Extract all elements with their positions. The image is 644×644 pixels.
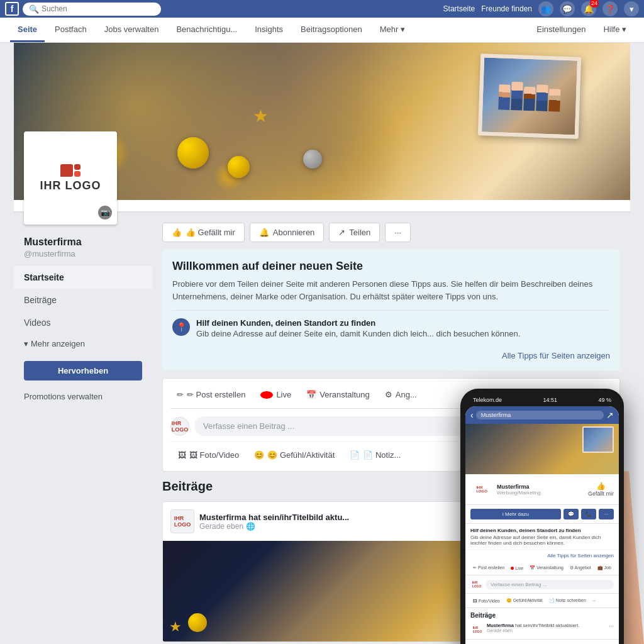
phone-post-act-1[interactable]: ✏ Post erstellen	[470, 564, 507, 572]
camera-icon[interactable]: 📷	[98, 206, 112, 219]
notifications-icon[interactable]: 🔔 24	[581, 1, 596, 16]
abonnieren-button[interactable]: 🔔 Abonnieren	[250, 223, 325, 242]
phone-share-icon[interactable]: ↗	[606, 410, 614, 420]
phone-more-post-icon[interactable]: ···	[590, 596, 599, 605]
phone-page-name: Musterfirma	[497, 484, 541, 490]
foto-video-button[interactable]: 🖼 🖼 Foto/Video	[170, 447, 247, 464]
phone-fb-nav: ‹ Musterfirma ↗	[465, 406, 619, 424]
phone-tip: Hilf deinen Kunden, deinen Standort zu f…	[465, 524, 619, 550]
phone-messenger-button[interactable]: 💬	[564, 509, 579, 519]
phone-call-button[interactable]: 📞	[581, 509, 596, 519]
tab-beitragsoptionen[interactable]: Beitragsoptionen	[293, 18, 370, 42]
friends-icon[interactable]: 👥	[538, 1, 553, 16]
teilen-button[interactable]: ↗ Teilen	[329, 223, 380, 242]
tab-postfach[interactable]: Postfach	[47, 18, 94, 42]
help-icon[interactable]: ❓	[602, 1, 618, 16]
phone-mockup-overlay: Telekom.de 14:51 49 % ‹ Musterfirma ↗	[460, 389, 624, 644]
phone-tip-title: Hilf deinen Kunden, deinen Standort zu f…	[470, 528, 614, 533]
tab-insights[interactable]: Insights	[247, 18, 291, 42]
phone-notiz-button[interactable]: 📄 Notiz schreiben	[547, 596, 589, 605]
phone-post-act-3[interactable]: 📅 Veranstaltung	[527, 564, 566, 572]
sidebar-item-beitraege[interactable]: Beiträge	[14, 289, 152, 311]
phone-post-act-2[interactable]: Live	[508, 564, 526, 572]
nav-left: f 🔍	[5, 2, 161, 16]
post-author-avatar: IHRLOGO	[170, 509, 194, 533]
time-text: Gerade eben	[199, 522, 243, 531]
notiz-button[interactable]: 📄 📄 Notiz...	[342, 447, 408, 464]
thumbs-up-icon: 👍	[172, 228, 182, 237]
tab-hilfe[interactable]: Hilfe ▾	[596, 18, 634, 42]
cover-container: ★	[14, 43, 630, 213]
phone-compose: IHRLOGO Verfasse einen Beitrag ...	[465, 575, 619, 594]
veranstaltung-button[interactable]: 📅 Veranstaltung	[300, 386, 376, 403]
phone-mehr-dazu-button[interactable]: i Mehr dazu	[470, 509, 561, 519]
page-handle: @musterfirma	[14, 249, 152, 266]
phone-post-act-4[interactable]: ⚙ Angebot	[567, 564, 594, 572]
phone-post-avatar: IHRLOGO	[470, 623, 484, 636]
photo-frame	[478, 53, 581, 139]
veranstaltung-label: Veranstaltung	[319, 390, 370, 399]
tab-benachrichtigungen[interactable]: Benachrichtigu...	[169, 18, 245, 42]
phone-tips-link[interactable]: Alle Tipps für Seiten anzeigen	[465, 550, 619, 561]
mehr-anzeigen-link[interactable]: ▾ Mehr anzeigen	[14, 334, 152, 353]
account-menu-icon[interactable]: ▾	[624, 1, 639, 16]
tab-mehr[interactable]: Mehr ▾	[372, 18, 413, 42]
hervorheben-button[interactable]: Hervorheben	[24, 361, 142, 380]
phone-post-text: Musterfirma hat sein/ihrTitelbild aktual…	[487, 623, 579, 628]
post-erstellen-button[interactable]: ✏ ✏ Post erstellen	[170, 386, 252, 403]
phone-beitraege-title: Beiträge	[465, 608, 619, 620]
abonnieren-label: Abonnieren	[273, 228, 315, 237]
sidebar-item-startseite[interactable]: Startseite	[14, 266, 152, 289]
phone-foto-button[interactable]: 🖼 Foto/Video	[470, 596, 502, 605]
phone-cover-frame	[582, 426, 614, 453]
search-bar[interactable]: 🔍	[23, 3, 161, 16]
phone-search-bar[interactable]: Musterfirma	[476, 411, 604, 419]
freunde-finden-link[interactable]: Freunde finden	[481, 4, 532, 13]
person-1	[498, 84, 510, 110]
phone-live-dot	[511, 567, 514, 570]
phone-post-time: Gerade eben	[487, 628, 579, 633]
pencil-icon: ✏	[177, 390, 184, 399]
phone-back-icon[interactable]: ‹	[470, 410, 474, 420]
all-tips-link[interactable]: Alle Tipps für Seiten anzeigen	[172, 346, 610, 360]
welcome-box: Willkommen auf deiner neuen Seite Probie…	[162, 250, 620, 370]
sidebar-item-videos[interactable]: Videos	[14, 311, 152, 334]
phone-gefuehl-button[interactable]: 😊 Gefühl/Aktivität	[504, 596, 545, 605]
search-input[interactable]	[42, 4, 155, 13]
star-post-icon: ★	[169, 619, 182, 635]
content-main: Musterfirma @musterfirma Startseite Beit…	[14, 213, 630, 644]
phone-screen: ‹ Musterfirma ↗ IHRLOGO Muster	[465, 406, 619, 644]
tab-seite[interactable]: Seite	[10, 18, 45, 42]
gefuehl-button[interactable]: 😊 😊 Gefühl/Aktivität	[247, 447, 342, 464]
ellipsis-icon: ···	[394, 228, 401, 237]
live-button[interactable]: Live	[254, 386, 297, 403]
startseite-link[interactable]: Startseite	[443, 4, 475, 13]
tab-jobs[interactable]: Jobs verwalten	[97, 18, 167, 42]
phone-cover-frame-image	[584, 428, 613, 452]
phone-more-button[interactable]: ···	[599, 509, 614, 519]
phone-bottom-nav: 🏠 👥 👤 🔔 ☰	[465, 639, 619, 644]
promotions-verwalten-link[interactable]: Promotions verwalten	[14, 388, 152, 405]
tip-text: Gib deine Adresse auf deiner Seite ein, …	[196, 329, 520, 338]
phone-post-menu-icon[interactable]: ···	[609, 623, 614, 630]
chevron-down-icon: ▾	[24, 339, 28, 348]
person-5	[548, 89, 560, 112]
phone-post-item: IHRLOGO Musterfirma hat sein/ihrTitelbil…	[465, 620, 619, 639]
top-navigation: f 🔍 Startseite Freunde finden 👥 💬 🔔 24 ❓…	[0, 0, 644, 18]
person-2	[511, 82, 523, 111]
angebot-label: Ang...	[396, 390, 417, 399]
person-3	[523, 86, 535, 111]
phone-like-btn[interactable]: 👍 Gefällt mir	[588, 482, 614, 497]
tab-einstellungen[interactable]: Einstellungen	[529, 18, 593, 42]
messenger-icon[interactable]: 💬	[560, 1, 575, 16]
angebot-button[interactable]: ⚙ Ang...	[379, 386, 423, 403]
gefaellt-mir-button[interactable]: 👍 👍 Gefällt mir	[162, 223, 245, 242]
page-tab-navigation: Seite Postfach Jobs verwalten Benachrich…	[0, 18, 644, 43]
phone-profile-info: Musterfirma Werbung/Marketing	[497, 484, 541, 496]
phone-cover	[465, 424, 619, 474]
phone-compose-input[interactable]: Verfasse einen Beitrag ...	[486, 580, 614, 589]
more-button[interactable]: ···	[385, 223, 411, 242]
phone-post-act-5[interactable]: 💼 Job	[595, 564, 614, 572]
phone-photo-row: 🖼 Foto/Video 😊 Gefühl/Aktivität 📄 Notiz …	[465, 594, 619, 608]
sidebar: Musterfirma @musterfirma Startseite Beit…	[14, 213, 152, 644]
